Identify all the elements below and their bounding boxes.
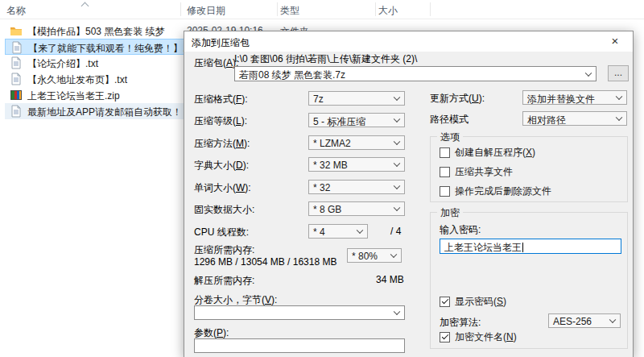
password-input[interactable]: 上老王论坛当老王 — [440, 239, 621, 254]
dialog-title: 添加到压缩包 — [192, 36, 250, 50]
column-divider[interactable] — [430, 2, 431, 16]
checkbox-box[interactable] — [440, 167, 450, 177]
format-value: 7z — [313, 93, 324, 105]
text-file-icon — [10, 105, 23, 118]
text-file-icon — [10, 41, 23, 54]
update-mode-combobox[interactable]: 添加并替换文件 — [522, 90, 627, 105]
sort-ascending-icon — [81, 2, 89, 10]
encrypt-filenames-checkbox-label: 加密文件名(N) — [455, 330, 517, 344]
solid-block-combobox[interactable]: * 8 GB — [308, 201, 405, 216]
update-mode-label: 更新方式(U): — [430, 92, 485, 106]
level-combobox[interactable]: 5 - 标准压缩 — [308, 113, 405, 127]
column-header-name[interactable]: 名称 — [6, 4, 26, 18]
text-cursor — [522, 243, 523, 252]
column-header-type[interactable]: 类型 — [280, 4, 299, 18]
memory-compress-detail: 1296 MB / 13054 MB / 16318 MB — [194, 256, 336, 268]
column-header-date[interactable]: 修改日期 — [187, 4, 225, 18]
word-size-combobox[interactable]: * 32 — [308, 180, 405, 194]
cpu-threads-value: * 4 — [313, 226, 325, 238]
add-to-archive-dialog: 添加到压缩包 × 压缩包(A): I:\0 套图\06 街拍\若雨\上传\新建文… — [184, 31, 634, 357]
chevron-down-icon[interactable] — [394, 115, 400, 122]
file-name: 【模拍作品】503 黑色套装 续梦 — [27, 25, 165, 39]
show-password-checkbox-label: 显示密码(S) — [455, 295, 506, 309]
chevron-down-icon[interactable] — [394, 160, 400, 166]
column-header-size[interactable]: 大小 — [378, 4, 398, 18]
solid-block-value: * 8 GB — [313, 204, 341, 215]
checkbox-box[interactable] — [440, 297, 450, 307]
memory-decompress-value: 34 MB — [376, 274, 404, 285]
volume-size-combobox[interactable] — [194, 305, 405, 320]
archive-path: I:\0 套图\06 街拍\若雨\上传\新建文件夹 (2)\ — [234, 52, 417, 66]
memory-decompress-label: 解压所需内存: — [194, 274, 254, 288]
encrypt-filenames-checkbox[interactable]: 加密文件名(N) — [440, 330, 517, 343]
file-name: 【永久地址发布页】.txt — [27, 73, 127, 87]
encryption-group-label: 加密 — [437, 206, 463, 220]
method-value: * LZMA2 — [313, 138, 351, 149]
file-name: 【论坛介绍】.txt — [27, 57, 98, 71]
parameters-input[interactable] — [194, 338, 405, 353]
check-icon — [441, 332, 448, 338]
archive-name-value: 若雨08 续梦 黑色套装.7z — [239, 69, 345, 81]
path-mode-label: 路径模式 — [430, 113, 469, 127]
chevron-down-icon[interactable] — [394, 182, 400, 189]
encryption-method-combobox[interactable]: AES-256 — [548, 313, 621, 328]
folder-icon — [10, 24, 23, 37]
chevron-down-icon[interactable] — [616, 114, 622, 120]
close-icon[interactable]: × — [597, 31, 633, 52]
level-label: 压缩等级(L): — [194, 114, 247, 128]
password-value: 上老王论坛当老王 — [444, 242, 522, 253]
dialog-titlebar[interactable]: 添加到压缩包 × — [184, 31, 633, 52]
format-combobox[interactable]: 7z — [308, 91, 405, 106]
screen: 名称 修改日期 类型 大小 【模拍作品】503 黑色套装 续梦 2025-02-… — [0, 0, 644, 357]
file-name: 最新地址及APP请发邮箱自动获取！！！... — [27, 106, 209, 119]
checkbox-box[interactable] — [440, 186, 450, 197]
checkbox-box[interactable] — [440, 332, 450, 342]
chevron-down-icon[interactable] — [390, 251, 397, 257]
chevron-down-icon[interactable] — [394, 138, 400, 144]
text-file-icon — [10, 73, 23, 85]
delete-after-checkbox-label: 操作完成后删除源文件 — [455, 185, 551, 198]
cpu-threads-combobox[interactable]: * 4 — [308, 224, 368, 239]
dictionary-label: 字典大小(D): — [194, 159, 249, 172]
encryption-method-value: AES-256 — [553, 316, 592, 327]
chevron-down-icon[interactable] — [357, 226, 363, 233]
cpu-threads-max: / 4 — [390, 226, 401, 237]
delete-after-checkbox[interactable]: 操作完成后删除源文件 — [440, 185, 551, 197]
checkbox-box[interactable] — [440, 147, 450, 158]
column-divider[interactable] — [277, 2, 278, 16]
column-divider[interactable] — [375, 2, 376, 16]
chevron-down-icon[interactable] — [394, 93, 400, 100]
chevron-down-icon[interactable] — [585, 69, 592, 76]
shared-files-checkbox[interactable]: 压缩共享文件 — [440, 165, 513, 178]
chevron-down-icon[interactable] — [616, 93, 622, 99]
memory-usage-value: * 80% — [352, 251, 378, 262]
cpu-threads-label: CPU 线程数: — [194, 226, 249, 239]
shared-files-checkbox-label: 压缩共享文件 — [455, 165, 513, 179]
update-mode-value: 添加并替换文件 — [527, 93, 595, 105]
listview-header: 名称 修改日期 类型 大小 — [0, 0, 644, 19]
archive-name-combobox[interactable]: 若雨08 续梦 黑色套装.7z — [234, 66, 597, 81]
memory-compress-label: 压缩所需内存: — [194, 243, 254, 257]
password-label: 输入密码: — [440, 223, 481, 237]
encryption-method-label: 加密算法: — [440, 316, 481, 330]
word-size-label: 单词大小(W): — [194, 181, 251, 195]
method-combobox[interactable]: * LZMA2 — [308, 135, 405, 150]
show-password-checkbox[interactable]: 显示密码(S) — [440, 295, 506, 308]
word-size-value: * 32 — [313, 182, 330, 193]
file-name: 【来了就能下载和观看！纯免费！】.txt — [28, 42, 196, 56]
sfx-checkbox[interactable]: 创建自解压程序(X) — [440, 146, 535, 159]
level-value: 5 - 标准压缩 — [313, 116, 365, 127]
format-label: 压缩格式(F): — [194, 93, 248, 106]
sfx-checkbox-label: 创建自解压程序(X) — [455, 146, 535, 160]
column-divider[interactable] — [180, 2, 181, 16]
chevron-down-icon[interactable] — [394, 308, 400, 314]
chevron-down-icon[interactable] — [609, 316, 616, 322]
browse-button[interactable]: ... — [608, 65, 629, 81]
zip-archive-icon — [10, 89, 23, 102]
check-icon — [441, 297, 448, 303]
memory-usage-combobox[interactable]: * 80% — [347, 248, 402, 263]
dictionary-combobox[interactable]: * 32 MB — [308, 157, 405, 172]
path-mode-value: 相对路径 — [527, 114, 566, 126]
path-mode-combobox[interactable]: 相对路径 — [522, 111, 627, 126]
chevron-down-icon[interactable] — [394, 204, 400, 210]
